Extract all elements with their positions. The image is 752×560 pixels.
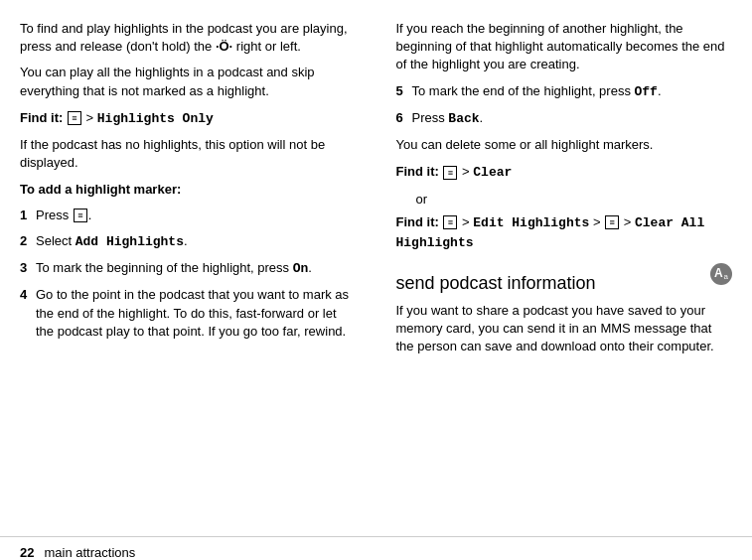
step-5-content: To mark the end of the highlight, press … xyxy=(412,82,733,101)
section-para: If you want to share a podcast you have … xyxy=(396,302,733,356)
step-3-content: To mark the beginning of the highlight, … xyxy=(36,259,357,278)
find-it-1-text: > Highlights Only xyxy=(86,110,214,125)
nav-icon: ·Ö· xyxy=(216,39,232,54)
menu-icon-2: ≡ xyxy=(74,209,87,222)
menu-icon-3: ≡ xyxy=(443,166,457,180)
add-highlight-heading: To add a highlight marker: xyxy=(20,181,357,199)
step-3-num: 3 xyxy=(20,259,36,278)
menu-icon-4: ≡ xyxy=(443,215,457,229)
or-text: or xyxy=(416,191,733,209)
podcast-icon xyxy=(710,263,732,285)
find-it-2-text: > Clear xyxy=(462,164,512,179)
right-para1: If you reach the beginning of another hi… xyxy=(396,20,733,74)
left-para1: To find and play highlights in the podca… xyxy=(20,20,357,56)
step-1-num: 1 xyxy=(20,207,36,224)
find-it-2: Find it: ≡ > Clear xyxy=(396,162,733,183)
menu-icon-1: ≡ xyxy=(68,111,81,125)
find-it-3-label: Find it: xyxy=(396,214,443,229)
step-5-num: 5 xyxy=(396,82,412,101)
left-para2: You can play all the highlights in a pod… xyxy=(20,64,357,99)
step-3: 3 To mark the beginning of the highlight… xyxy=(20,259,357,278)
find-it-1-label: Find it: xyxy=(20,110,67,125)
step-5: 5 To mark the end of the highlight, pres… xyxy=(396,82,733,101)
right-para2: You can delete some or all highlight mar… xyxy=(396,136,733,154)
step-4: 4 Go to the point in the podcast that yo… xyxy=(20,286,357,341)
footer: 22 main attractions xyxy=(0,536,752,560)
step-2-content: Select Add Highlights. xyxy=(36,232,357,251)
menu-icon-5: ≡ xyxy=(605,215,619,229)
section-title: main attractions xyxy=(44,545,135,560)
step-1: 1 Press ≡. xyxy=(20,207,357,224)
step-1-content: Press ≡. xyxy=(36,207,357,224)
step-2-num: 2 xyxy=(20,232,36,251)
page-number: 22 xyxy=(20,545,34,560)
find-it-1: Find it: ≡ > Highlights Only xyxy=(20,108,357,129)
find-it-2-label: Find it: xyxy=(396,164,443,179)
step-2: 2 Select Add Highlights. xyxy=(20,232,357,251)
section-heading: send podcast information xyxy=(396,273,697,294)
find-it-3-text: > Edit Highlights > xyxy=(462,214,604,229)
step-6: 6 Press Back. xyxy=(396,109,733,128)
step-6-num: 6 xyxy=(396,109,412,128)
right-column: If you reach the beginning of another hi… xyxy=(386,20,733,526)
step-4-num: 4 xyxy=(20,286,36,341)
left-para3: If the podcast has no highlights, this o… xyxy=(20,136,357,172)
left-column: To find and play highlights in the podca… xyxy=(20,20,367,526)
step-4-content: Go to the point in the podcast that you … xyxy=(36,286,357,341)
find-it-3: Find it: ≡ > Edit Highlights > ≡ > Clear… xyxy=(396,212,733,253)
step-6-content: Press Back. xyxy=(412,109,733,128)
